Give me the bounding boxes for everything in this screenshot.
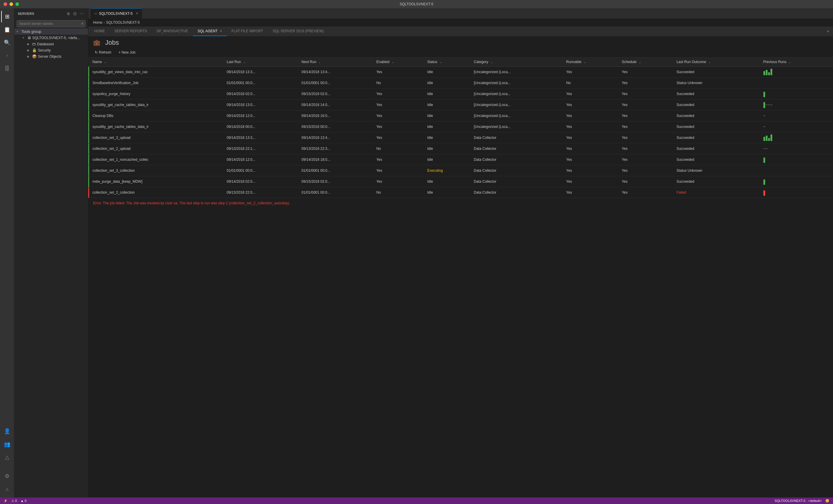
table-row[interactable]: collection_set_2_collection09/13/2018 22… (88, 187, 833, 198)
col-next-run[interactable]: Next Run ⌄ (299, 57, 374, 67)
activity-warning[interactable]: ⚠ (1, 483, 13, 495)
last-run-outcome: Succeeded (674, 133, 760, 143)
activity-group[interactable]: 👥 (1, 438, 13, 450)
activity-settings[interactable]: ⚙ (1, 470, 13, 482)
job-name: Cleanup DBs (90, 111, 224, 121)
add-tab-button[interactable]: + (825, 27, 832, 35)
run-bar (768, 138, 770, 141)
window-tab-label: SQLTOOLSVNEXT-5 (99, 11, 133, 16)
sidebar-collapse[interactable]: ⊟ (73, 11, 77, 17)
tab-server-reports[interactable]: SERVER REPORTS (110, 27, 152, 36)
previous-runs-chart (763, 145, 830, 152)
activity-file[interactable]: 📋 (1, 24, 13, 35)
table-row[interactable]: mdw_purge_data_[keep_MDW]09/14/2018 02:0… (88, 176, 833, 187)
table-row[interactable]: collection_set_1_noncached_collec09/14/2… (88, 154, 833, 165)
close-button[interactable] (4, 2, 7, 6)
enabled: Yes (373, 99, 424, 111)
previous-runs-cell (760, 154, 833, 165)
tab-sp-whoisactive[interactable]: SP_WHOISACTIVE (152, 27, 193, 36)
tab-flat-file-import[interactable]: FLAT FILE IMPORT (227, 27, 268, 36)
last-run: 09/14/2018 12:0... (224, 154, 299, 165)
breadcrumb-home[interactable]: Home (93, 20, 102, 25)
tree-server-item[interactable]: ▾ 🖥 SQLTOOLSVNEXT-5, <defa... (14, 34, 88, 41)
new-job-button[interactable]: + New Job (117, 49, 137, 55)
col-last-run-outcome[interactable]: Last Run Outcome ⌄ (674, 57, 760, 67)
run-bar (763, 71, 765, 75)
previous-runs-cell (760, 111, 833, 121)
schedule: Yes (619, 89, 674, 99)
tab-sql-agent[interactable]: SQL AGENT ✕ (193, 27, 227, 36)
sidebar-new-connection[interactable]: ⊕ (66, 11, 71, 17)
last-run-outcome: Status Unknown (674, 78, 760, 89)
table-row[interactable]: collection_set_2_upload09/13/2018 22:1..… (88, 143, 833, 154)
tab-sql-server-2019[interactable]: SQL SERVER 2019 (PREVIEW) (268, 27, 329, 36)
tab-close-icon[interactable]: ✕ (136, 11, 138, 16)
runnable: Yes (563, 111, 619, 121)
col-status[interactable]: Status ⌄ (424, 57, 471, 67)
tree-databases[interactable]: ▶ 🗃 Databases (14, 41, 88, 47)
table-row[interactable]: SmoBaselineVerification_Job01/01/0001 00… (88, 78, 833, 89)
status-bar-lightning: ⚡ (4, 499, 8, 503)
table-row[interactable]: sysutility_get_cache_tables_data_ir09/14… (88, 121, 833, 133)
tab-sql-agent-close[interactable]: ✕ (219, 29, 222, 33)
tab-server-icon: ▭ (94, 11, 97, 16)
job-name: sysutility_get_views_data_into_cac (90, 67, 224, 78)
table-row[interactable]: syspolicy_purge_history09/14/2018 02:0..… (88, 89, 833, 99)
activity-servers[interactable]: ⊞ (1, 11, 13, 23)
job-name: collection_set_2_collection (90, 187, 224, 198)
sidebar-more[interactable]: ⋯ (79, 11, 85, 17)
status-bar-emoji: 😊 (825, 499, 829, 503)
enabled: No (373, 78, 424, 89)
col-last-run[interactable]: Last Run ⌄ (224, 57, 299, 67)
table-row[interactable]: Cleanup DBs09/14/2018 12:0...09/14/2018 … (88, 111, 833, 121)
table-row[interactable]: collection_set_3_upload09/14/2018 13:3..… (88, 133, 833, 143)
job-name: mdw_purge_data_[keep_MDW] (90, 176, 224, 187)
status-indicator (88, 111, 89, 121)
table-row[interactable]: sysutility_get_cache_tables_data_ir09/14… (88, 99, 833, 111)
status: Idle (424, 154, 471, 165)
col-previous-runs[interactable]: Previous Runs ⌄ (760, 57, 833, 67)
category: Data Collector (471, 165, 564, 176)
breadcrumb-separator: › (104, 20, 105, 25)
col-enabled[interactable]: Enabled ⌄ (373, 57, 424, 67)
runnable: Yes (563, 143, 619, 154)
last-run-outcome: Succeeded (674, 143, 760, 154)
page-header: 💼 Jobs (88, 37, 833, 48)
col-name[interactable]: Name ⌄ (90, 57, 224, 67)
tree-group-header[interactable]: ▾ Tools group (14, 28, 88, 34)
next-run: 09/15/2018 00:0... (299, 121, 374, 133)
status: Idle (424, 99, 471, 111)
refresh-button[interactable]: ↻ Refresh (93, 49, 113, 55)
search-close-icon[interactable]: ✕ (81, 22, 84, 26)
run-bar (763, 179, 765, 185)
status: Executing (424, 165, 471, 176)
app-title: SQLTOOLSVNEXT-5 (400, 2, 433, 6)
enabled: Yes (373, 121, 424, 133)
table-row[interactable]: collection_set_3_collection01/01/0001 00… (88, 165, 833, 176)
col-schedule[interactable]: Schedule ⌄ (619, 57, 674, 67)
activity-source[interactable]: ⑃ (1, 50, 13, 62)
activity-sql[interactable]: 🗄 (1, 63, 13, 75)
activity-search[interactable]: 🔍 (1, 37, 13, 49)
col-category[interactable]: Category ⌄ (471, 57, 564, 67)
last-run: 09/13/2018 22:1... (224, 143, 299, 154)
new-job-label: + New Job (118, 50, 135, 54)
activity-profile[interactable]: 👤 (1, 425, 13, 437)
table-row[interactable]: sysutility_get_views_data_into_cac09/14/… (88, 67, 833, 78)
breadcrumb-server[interactable]: SQLTOOLSVNEXT-5 (106, 20, 140, 25)
col-runnable[interactable]: Runnable ⌄ (563, 57, 619, 67)
last-run: 09/13/2018 22:0... (224, 187, 299, 198)
tree-security[interactable]: ▶ 🔒 Security (14, 47, 88, 53)
chevron-down-icon: ▾ (23, 36, 26, 40)
tree-server-objects[interactable]: ▶ 📦 Server Objects (14, 53, 88, 59)
job-name: sysutility_get_cache_tables_data_ir (90, 99, 224, 111)
tab-home[interactable]: HOME (90, 27, 110, 36)
previous-runs-cell (760, 89, 833, 99)
minimize-button[interactable] (9, 2, 13, 6)
maximize-button[interactable] (16, 2, 19, 6)
window-tab-main[interactable]: ▭ SQLTOOLSVNEXT-5 ✕ (91, 8, 142, 19)
search-input[interactable] (17, 20, 86, 27)
activity-deploy[interactable]: △ (1, 451, 13, 463)
status: Idle (424, 121, 471, 133)
last-run-outcome: Succeeded (674, 154, 760, 165)
